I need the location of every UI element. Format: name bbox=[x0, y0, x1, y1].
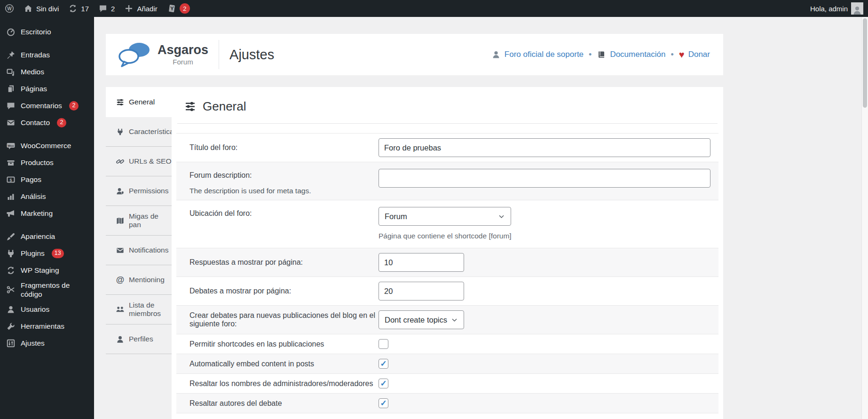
setting-row-allow-shortcodes: Permitir shortcodes en las publicaciones… bbox=[176, 334, 718, 354]
sidebar-label: Apariencia bbox=[21, 232, 55, 241]
tab-label: URLs & SEO bbox=[129, 157, 171, 166]
account-menu[interactable]: Hola, admin bbox=[805, 0, 868, 17]
panel-divider bbox=[177, 123, 718, 124]
sidebar-item-comentarios[interactable]: Comentarios 2 bbox=[0, 97, 94, 114]
field-label: Automatically embed content in posts bbox=[189, 360, 379, 368]
sidebar-separator bbox=[0, 131, 94, 137]
sidebar-separator bbox=[0, 222, 94, 228]
forum-title-input[interactable] bbox=[379, 138, 710, 157]
tab-perfiles[interactable]: Perfiles bbox=[106, 324, 172, 354]
sidebar-item-pagos[interactable]: $ Pagos bbox=[0, 171, 94, 188]
sidebar-item-contacto[interactable]: Contacto 2 bbox=[0, 114, 94, 131]
setting-row-forum-description: Forum description: The description is us… bbox=[176, 162, 718, 200]
dashboard-icon bbox=[6, 27, 16, 37]
new-content-link[interactable]: Añadir bbox=[119, 0, 162, 17]
donate-link-label: Donar bbox=[688, 50, 710, 59]
sidebar-item-escritorio[interactable]: Escritorio bbox=[0, 24, 94, 40]
sidebar-item-usuarios[interactable]: Usuarios bbox=[0, 301, 94, 318]
field-label: Título del foro: bbox=[189, 143, 379, 152]
embed-content-checkbox[interactable]: ✓ bbox=[379, 359, 388, 369]
woocommerce-icon: Woo bbox=[6, 141, 16, 150]
sidebar-item-analisis[interactable]: Análisis bbox=[0, 188, 94, 205]
tab-caracteristicas[interactable]: Características bbox=[106, 117, 172, 147]
sidebar-item-marketing[interactable]: Marketing bbox=[0, 205, 94, 222]
asgaros-logo-icon bbox=[117, 41, 153, 68]
asgaros-logo: Asgaros Forum bbox=[106, 41, 219, 68]
scrollbar-thumb[interactable] bbox=[863, 18, 867, 108]
bar-chart-icon bbox=[6, 192, 16, 201]
support-forum-link[interactable]: Foro oficial de soporte bbox=[491, 50, 584, 59]
envelope-icon bbox=[116, 246, 125, 255]
separator-bullet: • bbox=[671, 50, 674, 60]
pushpin-icon bbox=[6, 50, 16, 60]
site-link[interactable]: Sin divi bbox=[19, 0, 63, 17]
tab-notifications[interactable]: Notifications bbox=[106, 236, 172, 265]
updates-icon bbox=[68, 4, 78, 13]
sidebar-label: Herramientas bbox=[21, 322, 64, 331]
svg-text:$: $ bbox=[9, 178, 12, 182]
tab-general[interactable]: General bbox=[106, 87, 172, 117]
sidebar-item-apariencia[interactable]: Apariencia bbox=[0, 228, 94, 245]
tab-migas-de-pan[interactable]: Migas de pan bbox=[106, 206, 172, 236]
sidebar-item-paginas[interactable]: Páginas bbox=[0, 80, 94, 97]
setting-row-posts-per-page: Respuestas a mostrar por página: bbox=[176, 248, 718, 277]
sidebar-item-fragmentos[interactable]: Fragmentos de código bbox=[0, 279, 94, 301]
yoast-link[interactable]: Y 2 bbox=[162, 0, 195, 17]
brand-name: Asgaros bbox=[158, 44, 208, 56]
plug-icon bbox=[6, 249, 16, 258]
setting-row-highlight-admins: Resaltar los nombres de administradores/… bbox=[176, 374, 718, 394]
forum-location-select[interactable]: Forum bbox=[379, 207, 511, 226]
sidebar-label: WooCommerce bbox=[21, 141, 71, 150]
separator-bullet: • bbox=[589, 50, 592, 60]
tab-lista-de-miembros[interactable]: Lista de miembros bbox=[106, 295, 172, 324]
tab-permissions[interactable]: Permissions bbox=[106, 176, 172, 206]
sidebar-item-wp-staging[interactable]: WP Staging bbox=[0, 262, 94, 279]
plugin-header: Asgaros Forum Ajustes Foro oficial de so… bbox=[106, 34, 723, 75]
sidebar-label: Marketing bbox=[21, 209, 53, 218]
comments-link[interactable]: 2 bbox=[94, 0, 119, 17]
setting-row-blog-topics: Crear debates para nuevas publicaciones … bbox=[176, 306, 718, 334]
wordpress-menu[interactable]: W bbox=[0, 0, 19, 17]
map-icon bbox=[116, 216, 125, 225]
posts-per-page-input[interactable] bbox=[379, 253, 464, 272]
select-value: Forum bbox=[385, 212, 407, 221]
sidebar-item-productos[interactable]: Productos bbox=[0, 154, 94, 171]
sidebar-label: Análisis bbox=[21, 192, 46, 201]
topics-per-page-input[interactable] bbox=[379, 282, 464, 300]
checkmark-icon: ✓ bbox=[380, 360, 387, 368]
field-label: Resaltar autores del debate bbox=[189, 399, 379, 408]
updates-link[interactable]: 17 bbox=[63, 0, 94, 17]
documentation-link[interactable]: Documentación bbox=[597, 50, 665, 59]
tab-label: Características bbox=[129, 127, 177, 136]
donate-link[interactable]: ♥ Donar bbox=[679, 50, 710, 59]
documentation-link-label: Documentación bbox=[610, 50, 665, 59]
sidebar-item-medios[interactable]: Medios bbox=[0, 63, 94, 80]
yoast-notification-badge: 2 bbox=[180, 3, 190, 14]
select-value: Dont create topics bbox=[385, 316, 447, 324]
sidebar-item-entradas[interactable]: Entradas bbox=[0, 47, 94, 63]
updates-count: 17 bbox=[81, 5, 89, 13]
setting-row-embed-content: Automatically embed content in posts ✓ bbox=[176, 354, 718, 374]
forum-description-input[interactable] bbox=[379, 169, 710, 188]
page-title: Ajustes bbox=[219, 47, 274, 63]
highlight-admins-checkbox[interactable]: ✓ bbox=[379, 379, 388, 388]
sidebar-label: Productos bbox=[21, 158, 54, 167]
sidebar-item-plugins[interactable]: Plugins 13 bbox=[0, 245, 94, 262]
envelope-icon bbox=[6, 118, 16, 127]
svg-text:Y: Y bbox=[170, 6, 174, 11]
plus-icon bbox=[124, 4, 134, 13]
sidebar-item-ajustes[interactable]: Ajustes bbox=[0, 335, 94, 352]
field-helper: Página que contiene el shortcode [forum] bbox=[379, 232, 713, 240]
panel-header: General bbox=[172, 87, 723, 123]
sidebar-item-herramientas[interactable]: Herramientas bbox=[0, 318, 94, 335]
sidebar-item-woocommerce[interactable]: Woo WooCommerce bbox=[0, 137, 94, 154]
highlight-authors-checkbox[interactable]: ✓ bbox=[379, 398, 388, 408]
blog-topics-select[interactable]: Dont create topics bbox=[379, 310, 464, 329]
allow-shortcodes-checkbox[interactable]: ✓ bbox=[379, 339, 388, 349]
tab-mentioning[interactable]: @ Mentioning bbox=[106, 265, 172, 295]
tab-urls-seo[interactable]: URLs & SEO bbox=[106, 147, 172, 176]
tab-label: Mentioning bbox=[129, 276, 165, 284]
tab-label: Permissions bbox=[129, 187, 168, 195]
brand-subtitle: Forum bbox=[158, 58, 208, 66]
sliders-icon bbox=[116, 98, 125, 107]
